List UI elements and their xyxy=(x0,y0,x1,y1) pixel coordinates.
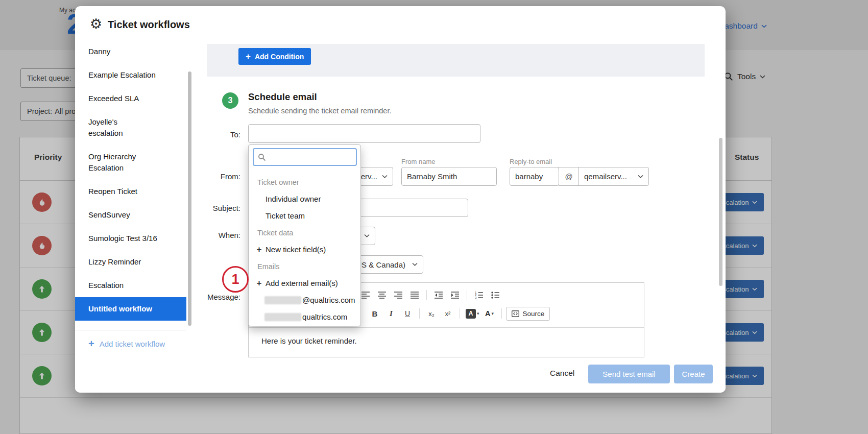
toolbar-source-button[interactable]: Source xyxy=(506,307,550,321)
italic-icon: I xyxy=(390,309,393,318)
toolbar-underline-button[interactable]: U xyxy=(400,307,415,320)
message-label: Message: xyxy=(195,293,240,301)
modal-scrollbar[interactable] xyxy=(719,138,722,286)
from-domain-select-value: erv... xyxy=(361,172,377,181)
workflow-list-item[interactable]: Sumologic Test 3/16 xyxy=(75,227,186,250)
workflow-list-item[interactable]: Org Hierarchy Escalation xyxy=(75,145,186,180)
dropdown-search[interactable] xyxy=(253,148,357,166)
source-label: Source xyxy=(523,310,545,318)
to-label: To: xyxy=(195,130,240,139)
dropdown-search-input[interactable] xyxy=(254,149,356,165)
toolbar-list-ordered-button[interactable]: 123 xyxy=(471,288,487,302)
dropdown-option[interactable]: +New ticket field(s) xyxy=(249,241,360,258)
toolbar-separator xyxy=(426,290,427,300)
add-condition-label: Add Condition xyxy=(255,53,304,61)
dropdown-option-label: New ticket field(s) xyxy=(266,245,326,254)
editor-message-text: Here is your ticket reminder. xyxy=(261,336,357,345)
annotation-circle-1: 1 xyxy=(222,266,249,293)
toolbar-align-right-button[interactable] xyxy=(391,288,406,302)
from-name-input[interactable] xyxy=(401,167,497,186)
redacted-email-block xyxy=(264,296,301,304)
at-separator: @ xyxy=(559,167,579,186)
toolbar-align-justify-button[interactable] xyxy=(407,288,422,302)
toolbar-indent-increase-button[interactable] xyxy=(447,288,463,302)
to-input[interactable] xyxy=(248,124,480,143)
indent-increase-icon xyxy=(451,292,459,299)
toolbar-bg-color-button[interactable]: A▾ xyxy=(482,307,497,320)
modal-title: Ticket workflows xyxy=(108,19,190,31)
plus-icon: + xyxy=(246,53,251,61)
chevron-down-icon xyxy=(412,263,418,267)
ticket-workflows-modal: ⚙ Ticket workflows DannyExample Escalati… xyxy=(75,6,726,393)
toolbar-superscript-button[interactable]: x² xyxy=(440,307,455,320)
chevron-down-icon xyxy=(638,175,643,178)
workflow-list: DannyExample EscalationExceeded SLAJoyel… xyxy=(75,40,186,321)
workflow-list-item[interactable]: Danny xyxy=(75,40,186,63)
dropdown-option[interactable]: qualtrics.com xyxy=(249,308,360,325)
indent-decrease-icon xyxy=(435,292,443,299)
toolbar-separator xyxy=(460,308,460,319)
toolbar-indent-decrease-button[interactable] xyxy=(431,288,446,302)
add-ticket-workflow-button[interactable]: + Add ticket workflow xyxy=(75,334,186,353)
dropdown-option[interactable]: +Add external email(s) xyxy=(249,275,360,292)
subscript-icon: x₂ xyxy=(428,310,435,318)
reply-to-domain-value: qemailserv... xyxy=(584,172,634,181)
step-number-badge: 3 xyxy=(222,92,238,109)
plus-icon: + xyxy=(256,278,262,288)
sidebar-divider xyxy=(75,330,186,330)
dropdown-option[interactable]: @qualtrics.com xyxy=(249,292,360,308)
from-name-label: From name xyxy=(401,158,435,165)
text-color-icon: A▾ xyxy=(466,309,479,319)
when-label: When: xyxy=(195,231,240,239)
workflow-list-item[interactable]: Joyelle's escalation xyxy=(75,110,186,145)
list-ordered-icon: 123 xyxy=(475,292,483,299)
chevron-down-icon xyxy=(364,234,370,238)
editor-toolbar-row-1: 123 xyxy=(358,288,503,302)
timezone-select-value: US & Canada) xyxy=(356,260,405,269)
dropdown-group-header: Ticket owner xyxy=(249,174,360,190)
list-bullet-icon xyxy=(491,292,499,299)
workflow-list-item[interactable]: Reopen Ticket xyxy=(75,180,186,203)
cancel-button[interactable]: Cancel xyxy=(550,369,574,378)
add-ticket-workflow-label: Add ticket workflow xyxy=(100,340,165,348)
from-label: From: xyxy=(195,172,240,181)
toolbar-separator xyxy=(419,308,420,319)
dropdown-option[interactable]: Ticket team xyxy=(249,207,360,224)
workflow-list-item[interactable]: Exceeded SLA xyxy=(75,87,186,110)
superscript-icon: x² xyxy=(445,310,451,318)
workflow-list-item[interactable]: Untitled workflow xyxy=(75,297,186,321)
reply-to-domain-select[interactable]: qemailserv... xyxy=(578,167,649,186)
reply-to-label: Reply-to email xyxy=(510,158,552,165)
toolbar-list-bullet-button[interactable] xyxy=(488,288,503,302)
toolbar-italic-button[interactable]: I xyxy=(383,307,399,320)
workflow-list-item[interactable]: SendSurvey xyxy=(75,203,186,227)
step-title: Schedule email xyxy=(248,91,317,103)
toolbar-align-center-button[interactable] xyxy=(374,288,390,302)
align-justify-icon xyxy=(411,292,419,299)
bold-icon: B xyxy=(372,309,378,318)
toolbar-separator xyxy=(501,308,502,319)
chevron-down-icon xyxy=(382,175,388,178)
editor-content[interactable]: Here is your ticket reminder. xyxy=(249,328,644,357)
dropdown-group-header: Emails xyxy=(249,258,360,275)
toolbar-bold-button[interactable]: B xyxy=(367,307,382,320)
svg-text:3: 3 xyxy=(475,296,477,299)
add-condition-button[interactable]: + Add Condition xyxy=(238,48,311,65)
send-test-email-button[interactable]: Send test email xyxy=(588,365,670,383)
sidebar-scrollbar[interactable] xyxy=(188,71,191,326)
reply-to-input[interactable] xyxy=(510,167,559,186)
dropdown-option-label: Add external email(s) xyxy=(266,279,338,287)
workflow-list-item[interactable]: Lizzy Reminder xyxy=(75,250,186,274)
create-button[interactable]: Create xyxy=(674,365,713,383)
redacted-email-block xyxy=(264,313,301,321)
workflow-list-item[interactable]: Example Escalation xyxy=(75,63,186,87)
workflow-list-item[interactable]: Escalation xyxy=(75,274,186,297)
editor-toolbar-row-2: BIUx₂x²A▾A▾Source xyxy=(367,306,550,321)
align-center-icon xyxy=(378,292,386,299)
toolbar-subscript-button[interactable]: x₂ xyxy=(424,307,439,320)
underline-icon: U xyxy=(405,309,410,318)
dropdown-option[interactable]: Individual owner xyxy=(249,190,360,207)
to-recipient-dropdown: Ticket ownerIndividual ownerTicket teamT… xyxy=(248,144,361,326)
gear-icon: ⚙ xyxy=(90,16,102,32)
toolbar-text-color-button[interactable]: A▾ xyxy=(464,307,481,320)
